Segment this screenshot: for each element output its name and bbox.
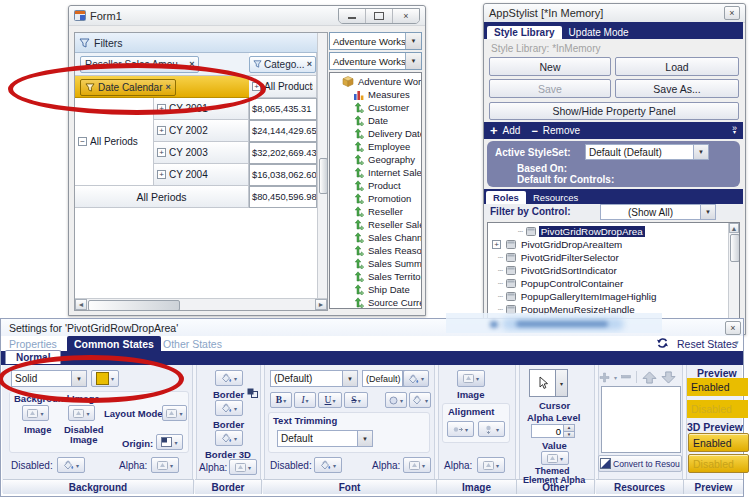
add-resource-icon[interactable] <box>599 372 610 383</box>
close-button[interactable]: × <box>392 9 419 23</box>
tree-item-dimension[interactable]: Reseller Sales Order D <box>330 218 421 231</box>
load-button[interactable]: Load <box>615 57 739 76</box>
font-family-combo[interactable]: (Default) ▼ <box>270 370 358 387</box>
dropdown-icon[interactable]: ▼ <box>342 371 357 386</box>
scroll-left-icon[interactable]: ◄ <box>75 299 87 310</box>
appstylist-titlebar[interactable]: AppStylist [*In Memory] × <box>484 4 745 23</box>
background-disabled-color-picker[interactable]: ▾ <box>57 457 85 473</box>
save-as-button[interactable]: Save As... <box>615 79 739 98</box>
scrollbar-thumb[interactable] <box>88 300 180 311</box>
close-button[interactable]: × <box>724 6 740 20</box>
reseller-filter-chip[interactable]: Reseller Sales Amou... × <box>80 56 199 73</box>
style-tree-item[interactable]: ┄ PivotGridFilterSelector <box>488 251 728 264</box>
remove-resource-icon[interactable] <box>621 375 631 379</box>
show-hide-property-panel-button[interactable]: Show/Hide Property Panel <box>489 102 739 120</box>
preview-3d-disabled-button[interactable]: Disabled <box>688 454 749 473</box>
add-button[interactable]: Add <box>503 125 521 136</box>
tab-other-states[interactable]: Other States <box>163 338 222 350</box>
tab-style-library[interactable]: Style Library <box>487 26 562 39</box>
year-cell[interactable]: + CY 2002 <box>154 120 249 142</box>
expand-icon[interactable]: + <box>157 126 166 135</box>
border-alpha-picker[interactable]: ▾ <box>229 459 257 475</box>
dropdown-icon[interactable]: ▼ <box>357 431 372 446</box>
tree-item-dimension[interactable]: Date <box>330 114 421 127</box>
move-down-icon[interactable] <box>661 371 676 384</box>
border-color-picker-2[interactable]: ▾ <box>215 400 243 416</box>
themed-element-alpha-picker[interactable]: ▾ <box>541 451 569 465</box>
perspective-selector[interactable]: Adventure Works ▼ <box>329 52 422 70</box>
tree-item-measures[interactable]: Measures <box>330 88 421 101</box>
tree-item-dimension[interactable]: Employee <box>330 140 421 153</box>
dropdown-icon[interactable]: ▼ <box>693 145 708 159</box>
background-fill-style-combo[interactable]: Solid ▼ <box>11 370 87 387</box>
tree-item-dimension[interactable]: Reseller <box>330 205 421 218</box>
chip-close-icon[interactable]: × <box>189 60 194 69</box>
tab-roles[interactable]: Roles <box>486 191 526 204</box>
v-align-picker[interactable]: ▾ <box>478 421 505 437</box>
close-button[interactable]: × <box>725 321 741 335</box>
cube-selector[interactable]: Adventure Works DW Standard ▼ <box>329 32 422 50</box>
image-picker[interactable]: ▾ <box>457 370 485 387</box>
expand-icon[interactable]: + <box>157 104 166 113</box>
font-color-picker[interactable]: ▾ <box>403 370 429 387</box>
origin-picker[interactable]: ▾ <box>156 434 183 450</box>
style-tree-item[interactable]: ┄ PivotGridSortIndicator <box>488 264 728 277</box>
pivot-vertical-scrollbar[interactable] <box>317 33 327 298</box>
settings-titlebar[interactable]: Settings for 'PivotGridRowDropArea' × <box>1 319 743 336</box>
active-styleset-combo[interactable]: Default (Default) ▼ <box>585 144 709 160</box>
tree-item-dimension[interactable]: Promotion <box>330 192 421 205</box>
tab-normal[interactable]: Normal <box>5 350 61 364</box>
chip-close-icon[interactable]: × <box>307 60 312 69</box>
dropdown-icon[interactable]: ▾ <box>735 339 739 347</box>
style-tree-item[interactable]: ┄ PopupGalleryItemImageHighlig <box>488 290 728 303</box>
scrollbar-thumb[interactable] <box>319 158 328 194</box>
tab-properties[interactable]: Properties <box>9 338 57 350</box>
tree-item-dimension[interactable]: Ship Date <box>330 283 421 296</box>
tree-item-dimension[interactable]: Customer <box>330 101 421 114</box>
tree-item-dimension[interactable]: Internet Sales Order De <box>330 166 421 179</box>
font-back-color-picker[interactable]: ▾ <box>409 392 431 408</box>
year-cell[interactable]: + CY 2003 <box>154 142 249 164</box>
new-button[interactable]: New <box>489 57 611 76</box>
text-trimming-combo[interactable]: Default ▼ <box>277 430 373 447</box>
strikeout-button[interactable]: S▾ <box>344 392 368 408</box>
border-style-icon[interactable] <box>247 388 258 398</box>
background-alpha-picker[interactable]: ▾ <box>151 457 179 473</box>
image-picker[interactable]: ▾ <box>22 405 49 421</box>
scrollbar-thumb[interactable] <box>730 234 740 262</box>
reset-states-button[interactable]: Reset States <box>677 338 737 350</box>
move-up-icon[interactable] <box>642 371 657 384</box>
collapse-icon[interactable]: − <box>78 137 87 146</box>
preview-3d-enabled-button[interactable]: Enabled <box>688 433 749 452</box>
style-tree-item[interactable]: ┄ PivotGridRowDropArea <box>488 225 728 238</box>
dropdown-icon[interactable]: ▼ <box>405 33 421 49</box>
disabled-image-picker[interactable]: ▾ <box>68 405 95 421</box>
dropdown-icon[interactable]: ▼ <box>71 371 86 386</box>
pivot-horizontal-scrollbar[interactable]: ◄ ► <box>75 298 327 310</box>
border-color-picker[interactable]: ▾ <box>215 370 243 386</box>
dropdown-icon[interactable]: ▾ <box>556 369 568 397</box>
underline-button[interactable]: U▾ <box>318 392 342 408</box>
font-effects-picker[interactable]: ▾ <box>385 392 407 408</box>
add-icon[interactable]: + <box>490 124 498 137</box>
font-disabled-color-picker[interactable]: ▾ <box>314 457 342 473</box>
spin-down-icon[interactable]: ▼ <box>564 432 575 439</box>
remove-icon[interactable]: − <box>531 125 537 137</box>
tab-update-mode[interactable]: Update Mode <box>562 26 636 39</box>
background-color-picker[interactable]: ▾ <box>91 370 119 387</box>
spin-up-icon[interactable]: ▲ <box>564 424 575 432</box>
style-tree-item[interactable]: ┄ PopupControlContainer <box>488 277 728 290</box>
tree-item-dimension[interactable]: Delivery Date <box>330 127 421 140</box>
resources-list[interactable] <box>601 386 681 453</box>
filter-by-control-combo[interactable]: (Show All) ▼ <box>600 204 716 220</box>
tree-item-dimension[interactable]: Sales Summary Order <box>330 257 421 270</box>
chip-close-icon[interactable]: × <box>165 83 170 92</box>
bold-button[interactable]: B▾ <box>270 392 292 408</box>
style-tree-item[interactable]: + PivotGridDropAreaItem <box>488 238 728 251</box>
border-3d-color-picker[interactable]: ▾ <box>215 430 243 446</box>
expand-icon[interactable]: + <box>492 240 501 249</box>
maximize-button[interactable] <box>365 9 392 23</box>
minimize-button[interactable] <box>339 9 365 23</box>
expand-icon[interactable]: + <box>157 148 166 157</box>
year-cell[interactable]: + CY 2001 <box>154 98 249 120</box>
